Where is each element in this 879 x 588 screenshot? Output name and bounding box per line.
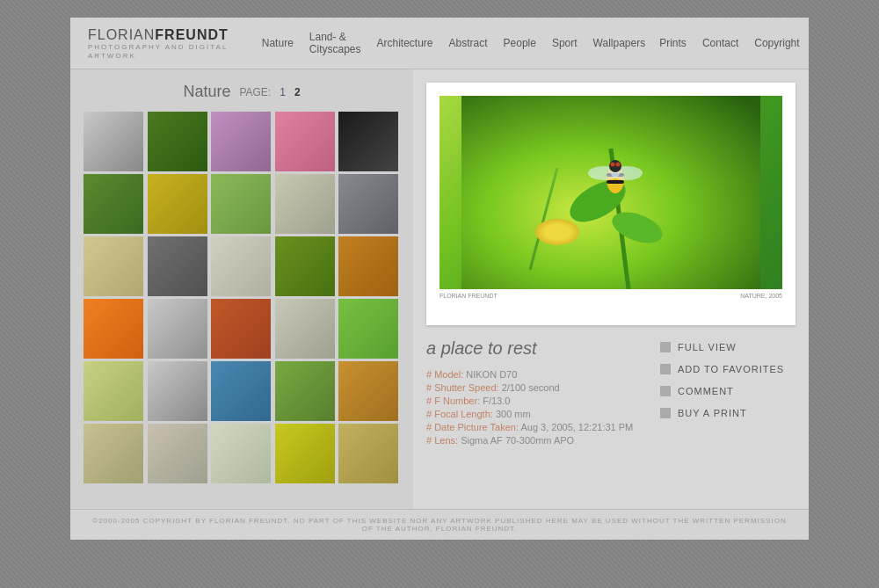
detail-date: # Date Picture Taken: Aug 3, 2005, 12:21… xyxy=(426,422,637,432)
comment-button[interactable]: COMMENT xyxy=(655,382,795,400)
thumbnail-2[interactable] xyxy=(148,112,207,171)
detail-model: # Model: NIKON D70 xyxy=(426,369,637,380)
thumbnail-7[interactable] xyxy=(148,174,207,234)
thumbnail-28[interactable] xyxy=(211,424,271,483)
thumbnail-12[interactable] xyxy=(148,236,207,296)
content: Nature PAGE: 1 2 xyxy=(70,69,809,509)
detail-lens: # Lens: Sigma AF 70-300mm APO xyxy=(426,435,637,446)
nav-sport[interactable]: Sport xyxy=(545,35,585,51)
nav-prints[interactable]: Prints xyxy=(652,35,694,51)
main-image[interactable] xyxy=(440,96,782,289)
detail-fnumber: # F Number: F/13.0 xyxy=(426,396,637,406)
thumbnail-15[interactable] xyxy=(338,236,398,296)
thumbnail-6[interactable] xyxy=(84,174,143,234)
page-1-link[interactable]: 1 xyxy=(280,86,286,98)
full-view-icon xyxy=(660,342,671,352)
svg-point-11 xyxy=(616,163,621,167)
nav-abstract[interactable]: Abstract xyxy=(442,35,495,51)
detail-shutter: # Shutter Speed: 2/100 second xyxy=(426,382,637,393)
thumbnail-22[interactable] xyxy=(148,361,207,421)
thumbnail-8[interactable] xyxy=(211,174,271,234)
page-label: PAGE: xyxy=(239,86,271,98)
action-buttons: FULL VIEW ADD TO FAVORITES COMMENT BUY A… xyxy=(655,338,795,448)
detail-focal: # Focal Length: 300 mm xyxy=(426,409,637,419)
thumbnail-17[interactable] xyxy=(148,299,207,359)
add-favorites-label: ADD TO FAVORITES xyxy=(678,364,784,374)
thumbnail-21[interactable] xyxy=(84,361,143,421)
right-panel: FLORIAN FREUNDT NATURE, 2005 a place to … xyxy=(413,69,809,509)
nav-copyright[interactable]: Copyright xyxy=(747,35,806,51)
logo-first: FLORIAN xyxy=(88,27,155,42)
image-caption-left: FLORIAN FREUNDT xyxy=(440,293,498,299)
full-view-button[interactable]: FULL VIEW xyxy=(655,338,795,356)
logo-last: FREUNDT xyxy=(155,27,228,42)
main-nav: Nature Land- & Cityscapes Architecture A… xyxy=(255,29,652,57)
buy-print-icon xyxy=(660,408,671,418)
header: FLORIANFREUNDT Photography and Digital A… xyxy=(70,18,809,69)
thumbnail-25[interactable] xyxy=(338,361,398,421)
buy-print-button[interactable]: BUY A PRINT xyxy=(655,404,795,422)
left-panel: Nature PAGE: 1 2 xyxy=(70,69,413,509)
thumbnail-29[interactable] xyxy=(275,424,335,483)
gallery-title-text: Nature xyxy=(183,83,230,101)
thumbnail-4[interactable] xyxy=(275,112,335,171)
add-favorites-icon xyxy=(660,364,671,374)
comment-label: COMMENT xyxy=(678,386,734,396)
gallery-header: Nature PAGE: 1 2 xyxy=(84,83,400,101)
thumbnail-27[interactable] xyxy=(148,424,207,483)
footer-text: ©2000-2005 COPYRIGHT BY FLORIAN FREUNDT.… xyxy=(92,517,786,533)
main-image-frame: FLORIAN FREUNDT NATURE, 2005 xyxy=(426,83,795,325)
thumbnail-13[interactable] xyxy=(211,236,271,296)
thumbnail-9[interactable] xyxy=(275,174,335,234)
thumbnail-30[interactable] xyxy=(338,424,398,483)
thumbnail-10[interactable] xyxy=(338,174,398,234)
thumbnail-14[interactable] xyxy=(275,236,335,296)
thumbnail-19[interactable] xyxy=(275,299,335,359)
thumbnail-11[interactable] xyxy=(84,236,143,296)
thumbnail-26[interactable] xyxy=(84,424,143,483)
image-details: a place to rest # Model: NIKON D70 # Shu… xyxy=(426,338,637,448)
page-2-link[interactable]: 2 xyxy=(294,86,301,98)
image-info: a place to rest # Model: NIKON D70 # Shu… xyxy=(426,338,795,448)
footer: ©2000-2005 COPYRIGHT BY FLORIAN FREUNDT.… xyxy=(70,509,809,540)
svg-point-9 xyxy=(609,160,621,172)
logo: FLORIANFREUNDT Photography and Digital A… xyxy=(88,26,229,60)
nav-wallpapers[interactable]: Wallpapers xyxy=(586,35,653,51)
image-caption-right: NATURE, 2005 xyxy=(740,293,782,299)
nav-architecture[interactable]: Architecture xyxy=(370,35,440,51)
thumbnail-20[interactable] xyxy=(338,299,398,359)
image-title: a place to rest xyxy=(426,338,637,359)
thumbnails-grid xyxy=(84,112,400,483)
thumbnail-18[interactable] xyxy=(211,299,271,359)
nav-people[interactable]: People xyxy=(497,35,543,51)
thumbnail-23[interactable] xyxy=(211,361,271,421)
logo-subtitle: Photography and Digital Artwork xyxy=(88,43,229,60)
add-favorites-button[interactable]: ADD TO FAVORITES xyxy=(655,360,795,378)
thumbnail-5[interactable] xyxy=(338,112,398,171)
buy-print-label: BUY A PRINT xyxy=(678,408,747,418)
right-nav: Prints Contact Copyright xyxy=(652,35,806,51)
nav-landcityscapes[interactable]: Land- & Cityscapes xyxy=(302,29,368,57)
thumbnail-1[interactable] xyxy=(84,112,143,171)
svg-rect-6 xyxy=(607,180,624,184)
thumbnail-16[interactable] xyxy=(84,299,143,359)
thumbnail-24[interactable] xyxy=(275,361,335,421)
nav-nature[interactable]: Nature xyxy=(255,35,301,51)
svg-point-10 xyxy=(611,163,615,167)
nav-contact[interactable]: Contact xyxy=(695,35,745,51)
full-view-label: FULL VIEW xyxy=(678,342,737,352)
thumbnail-3[interactable] xyxy=(211,112,271,171)
comment-icon xyxy=(660,386,671,396)
